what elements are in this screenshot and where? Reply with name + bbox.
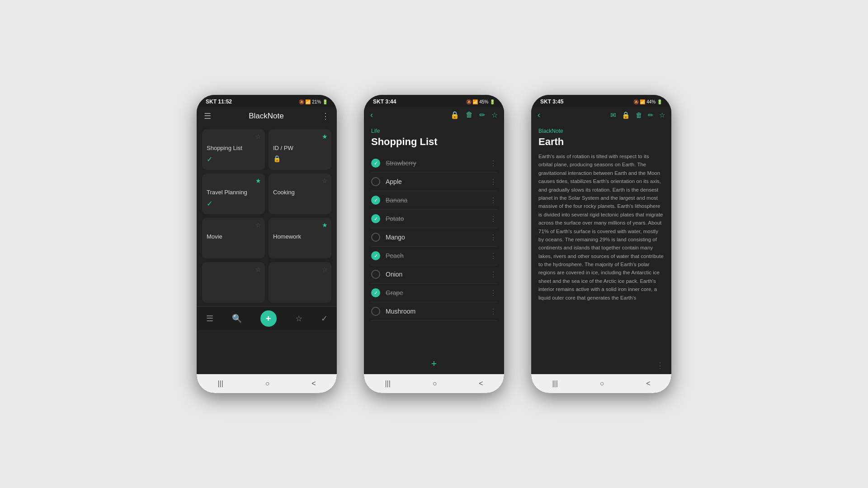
- star-travel[interactable]: ★: [255, 177, 261, 184]
- star-cooking[interactable]: ☆: [322, 177, 328, 184]
- check-mushroom[interactable]: [371, 307, 380, 316]
- star-icon-2[interactable]: ☆: [491, 111, 498, 119]
- check-banana[interactable]: ✓: [371, 196, 380, 205]
- note-card-idpw[interactable]: ★ ID / PW 🔒: [269, 129, 331, 170]
- list-item-mushroom[interactable]: Mushroom ⋮: [371, 302, 497, 321]
- item-text-apple: Apple: [386, 178, 490, 185]
- recent-apps-icon-3[interactable]: |||: [552, 380, 557, 388]
- list-item-banana[interactable]: ✓ Banana ⋮: [371, 191, 497, 210]
- star-empty1[interactable]: ☆: [255, 266, 261, 273]
- card-title-homework: Homework: [273, 233, 327, 240]
- nav-search-icon[interactable]: 🔍: [232, 314, 242, 324]
- delete-icon-3[interactable]: 🗑: [636, 111, 642, 119]
- check-potato[interactable]: ✓: [371, 214, 380, 223]
- star-empty2[interactable]: ☆: [322, 266, 328, 273]
- note-card-travel[interactable]: ★ Travel Planning ✓: [202, 174, 265, 214]
- android-nav-1: ||| ○ <: [197, 374, 337, 393]
- menu-icon[interactable]: ☰: [204, 111, 211, 121]
- item-dots-banana: ⋮: [490, 196, 497, 205]
- app-header-1: ☰ BlackNote ⋮: [197, 107, 337, 126]
- lock-idpw: 🔒: [273, 155, 327, 162]
- note-content-2: Life Shopping List ✓ Strawberry ⋮ Apple …: [364, 123, 504, 353]
- status-bar-2: SKT 3:44 🔕 📶 45% 🔋: [364, 95, 504, 107]
- item-text-strawberry: Strawberry: [386, 160, 490, 167]
- recent-apps-icon-2[interactable]: |||: [385, 380, 390, 388]
- back-icon-2[interactable]: <: [479, 380, 483, 388]
- note-card-shopping[interactable]: ☆ Shopping List ✓: [202, 129, 265, 170]
- list-item-strawberry[interactable]: ✓ Strawberry ⋮: [371, 154, 497, 173]
- note-category-2: Life: [371, 128, 497, 134]
- recent-apps-icon[interactable]: |||: [217, 380, 223, 388]
- item-dots-mushroom: ⋮: [490, 307, 497, 316]
- back-icon-3[interactable]: <: [646, 380, 650, 388]
- status-icons-2: 🔕 📶 45% 🔋: [466, 99, 495, 104]
- nav-tasks-icon[interactable]: ✓: [321, 314, 328, 324]
- card-title-movie: Movie: [207, 233, 260, 240]
- time-3: SKT 3:45: [540, 99, 563, 105]
- phone-3: SKT 3:45 🔕 📶 44% 🔋 ‹ ✉ 🔒 🗑 ✏ ☆ BlackNote…: [531, 95, 671, 393]
- check-peach[interactable]: ✓: [371, 251, 380, 260]
- phone-1: SKT 11:52 🔕 📶 21% 🔋 ☰ BlackNote ⋮ ☆ Shop…: [197, 95, 337, 393]
- back-button-3[interactable]: ‹: [538, 110, 540, 120]
- app-title: BlackNote: [249, 112, 283, 121]
- home-icon[interactable]: ○: [265, 380, 270, 388]
- status-icons-3: 🔕 📶 44% 🔋: [633, 99, 662, 104]
- send-icon-3[interactable]: ✉: [610, 111, 616, 119]
- note-card-cooking[interactable]: ☆ Cooking: [269, 174, 331, 214]
- check-onion[interactable]: [371, 270, 380, 279]
- item-text-peach: Peach: [386, 252, 490, 259]
- add-note-button[interactable]: +: [260, 310, 277, 327]
- note-card-empty2[interactable]: ☆: [269, 262, 331, 303]
- star-shopping[interactable]: ☆: [255, 133, 261, 140]
- item-dots-mango: ⋮: [490, 233, 497, 242]
- check-mango[interactable]: [371, 233, 380, 242]
- edit-icon-3[interactable]: ✏: [648, 111, 654, 119]
- list-item-mango[interactable]: Mango ⋮: [371, 228, 497, 247]
- lock-icon-2[interactable]: 🔒: [450, 111, 459, 119]
- action-icons-3: ✉ 🔒 🗑 ✏ ☆: [610, 111, 665, 119]
- card-title-idpw: ID / PW: [273, 145, 327, 151]
- list-item-peach[interactable]: ✓ Peach ⋮: [371, 247, 497, 265]
- time-1: SKT 11:52: [206, 99, 232, 105]
- add-item-button[interactable]: +: [364, 353, 504, 374]
- lock-icon-3[interactable]: 🔒: [622, 111, 630, 119]
- star-icon-3[interactable]: ☆: [659, 111, 665, 119]
- item-dots-apple: ⋮: [490, 178, 497, 186]
- card-title-shopping: Shopping List: [207, 145, 260, 151]
- home-icon-2[interactable]: ○: [433, 380, 437, 388]
- note-content-3: BlackNote Earth Earth's axis of rotation…: [531, 123, 671, 374]
- list-item-onion[interactable]: Onion ⋮: [371, 265, 497, 284]
- note-header-2: ‹ 🔒 🗑 ✏ ☆: [364, 107, 504, 123]
- note-title-2: Shopping List: [371, 136, 497, 148]
- star-idpw[interactable]: ★: [322, 133, 328, 140]
- item-dots-grape: ⋮: [490, 289, 497, 297]
- time-2: SKT 3:44: [373, 99, 396, 105]
- card-title-cooking: Cooking: [273, 189, 327, 196]
- android-nav-2: ||| ○ <: [364, 374, 504, 393]
- delete-icon-2[interactable]: 🗑: [466, 111, 473, 119]
- back-icon[interactable]: <: [311, 380, 316, 388]
- star-homework[interactable]: ★: [322, 221, 328, 229]
- back-button-2[interactable]: ‹: [370, 110, 373, 120]
- note-card-empty1[interactable]: ☆: [202, 262, 265, 303]
- more-icon[interactable]: ⋮: [321, 111, 330, 121]
- more-options-3[interactable]: ⋮: [656, 361, 664, 371]
- edit-icon-2[interactable]: ✏: [479, 111, 485, 119]
- list-item-grape[interactable]: ✓ Grape ⋮: [371, 284, 497, 302]
- check-strawberry[interactable]: ✓: [371, 159, 380, 168]
- screen-2: ‹ 🔒 🗑 ✏ ☆ Life Shopping List ✓ Strawberr…: [364, 107, 504, 374]
- check-apple[interactable]: [371, 177, 380, 186]
- item-dots-strawberry: ⋮: [490, 159, 497, 168]
- home-icon-3[interactable]: ○: [600, 380, 604, 388]
- star-movie[interactable]: ☆: [255, 221, 261, 229]
- phone-2: SKT 3:44 🔕 📶 45% 🔋 ‹ 🔒 🗑 ✏ ☆ Life Shoppi…: [364, 95, 504, 393]
- nav-notes-icon[interactable]: ☰: [206, 314, 213, 324]
- note-card-movie[interactable]: ☆ Movie: [202, 218, 265, 258]
- list-item-apple[interactable]: Apple ⋮: [371, 173, 497, 191]
- action-icons-2: 🔒 🗑 ✏ ☆: [450, 111, 498, 119]
- nav-favorites-icon[interactable]: ☆: [295, 314, 302, 324]
- note-card-homework[interactable]: ★ Homework: [269, 218, 331, 258]
- check-shopping: ✓: [207, 155, 260, 164]
- list-item-potato[interactable]: ✓ Potato ⋮: [371, 210, 497, 228]
- check-grape[interactable]: ✓: [371, 288, 380, 297]
